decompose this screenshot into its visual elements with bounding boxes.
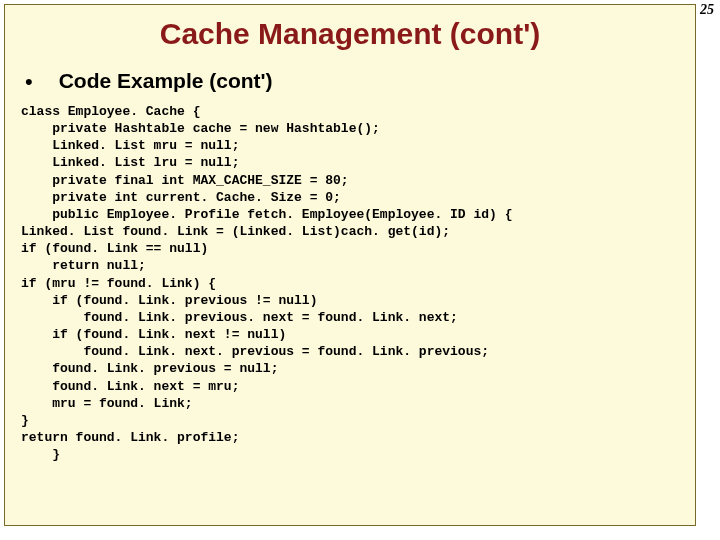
slide-title: Cache Management (cont') xyxy=(19,17,681,51)
slide-container: Cache Management (cont') • Code Example … xyxy=(4,4,696,526)
subheading-text: Code Example (cont') xyxy=(59,69,273,93)
subheading-row: • Code Example (cont') xyxy=(25,69,681,93)
page-number: 25 xyxy=(700,2,714,18)
bullet-icon: • xyxy=(25,69,33,93)
code-block: class Employee. Cache { private Hashtabl… xyxy=(21,103,681,463)
